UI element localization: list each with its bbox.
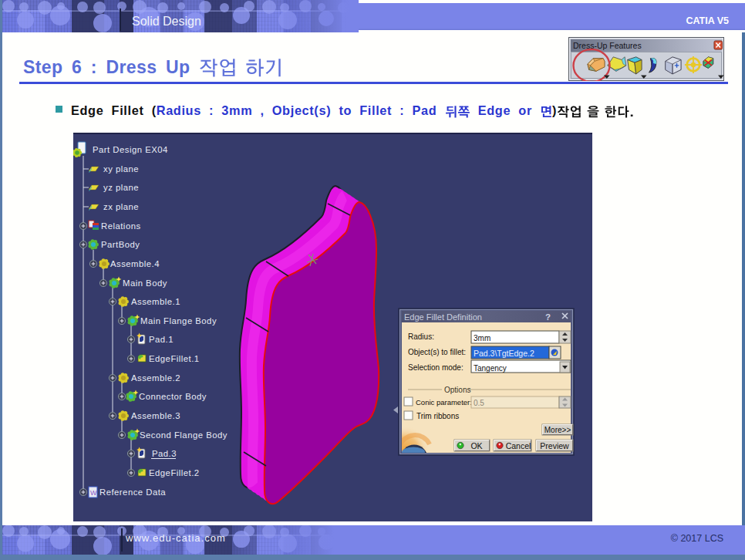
svg-text:Assemble.1: Assemble.1: [131, 297, 180, 306]
svg-text:Part Design EX04: Part Design EX04: [93, 145, 168, 154]
svg-text:Options: Options: [444, 386, 470, 394]
svg-text:EdgeFillet.1: EdgeFillet.1: [149, 354, 200, 363]
svg-text:Selection mode:: Selection mode:: [408, 363, 464, 372]
svg-text:Assemble.2: Assemble.2: [131, 373, 180, 383]
svg-text:Connector Body: Connector Body: [139, 392, 207, 401]
svg-text:Preview: Preview: [540, 441, 569, 450]
svg-text:Radius:: Radius:: [408, 332, 434, 341]
svg-text:PartBody: PartBody: [101, 240, 140, 249]
svg-text:Conic parameter:: Conic parameter:: [416, 398, 472, 407]
svg-text:EdgeFillet.2: EdgeFillet.2: [149, 468, 200, 477]
svg-text:W: W: [90, 489, 97, 497]
svg-text:Object(s) to fillet:: Object(s) to fillet:: [408, 348, 466, 356]
svg-text:Cancel: Cancel: [506, 441, 531, 450]
svg-text:?: ?: [545, 312, 551, 322]
svg-text:Main Body: Main Body: [123, 278, 167, 288]
svg-text:Tangency: Tangency: [474, 364, 507, 373]
svg-text:Trim ribbons: Trim ribbons: [416, 412, 459, 420]
svg-text:Pad.3\TgtEdge.2: Pad.3\TgtEdge.2: [474, 349, 534, 358]
svg-text:0.5: 0.5: [474, 399, 484, 407]
svg-text:More>>: More>>: [544, 426, 571, 434]
svg-text:Assemble.4: Assemble.4: [110, 259, 160, 268]
svg-text:Dress-Up Features: Dress-Up Features: [573, 41, 642, 50]
svg-text:OK: OK: [470, 441, 482, 450]
svg-text:3mm: 3mm: [474, 334, 490, 342]
svg-text:Pad.3: Pad.3: [152, 449, 177, 458]
svg-text:Edge Fillet Definition: Edge Fillet Definition: [404, 312, 482, 322]
svg-text:Main Flange Body: Main Flange Body: [140, 316, 217, 326]
svg-text:zx plane: zx plane: [103, 202, 139, 211]
svg-text:Pad.1: Pad.1: [149, 335, 174, 344]
svg-text:Relations: Relations: [101, 221, 141, 231]
svg-text:yz plane: yz plane: [103, 183, 139, 192]
svg-text:Second Flange Body: Second Flange Body: [140, 430, 228, 440]
svg-text:xy plane: xy plane: [103, 164, 139, 174]
svg-text:Assemble.3: Assemble.3: [131, 411, 180, 420]
svg-text:Reference Data: Reference Data: [99, 487, 166, 497]
